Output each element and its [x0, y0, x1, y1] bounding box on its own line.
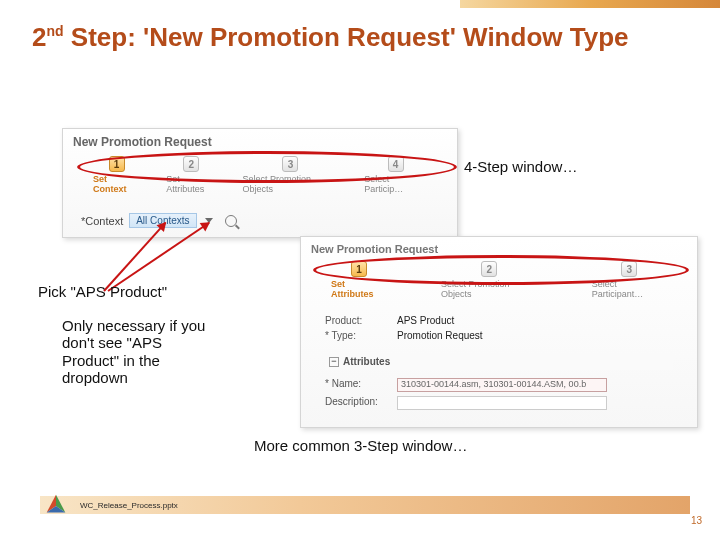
- context-row: *Context All Contexts: [63, 199, 457, 232]
- footer-filename: WC_Release_Process.pptx: [80, 501, 178, 510]
- callout-4step: 4-Step window…: [464, 158, 577, 175]
- callout-3step: More common 3-Step window…: [254, 437, 467, 454]
- callout-only-necessary: Only necessary if you don't see "APS Pro…: [62, 317, 220, 386]
- step-badge: 4: [388, 156, 404, 172]
- step-label: Set Context: [93, 174, 140, 194]
- step-badge: 1: [351, 261, 367, 277]
- name-row: * Name: 310301-00144.asm, 310301-00144.A…: [325, 376, 673, 394]
- description-input[interactable]: [397, 396, 607, 410]
- slide-title: 2nd Step: 'New Promotion Request' Window…: [32, 22, 628, 53]
- window-title-1: New Promotion Request: [63, 129, 457, 151]
- screenshot-3step-window: New Promotion Request 1 Set Attributes 2…: [300, 236, 698, 428]
- step-badge: 2: [481, 261, 497, 277]
- step-badge: 3: [282, 156, 298, 172]
- product-label: Product:: [325, 315, 391, 326]
- type-row: * Type: Promotion Request: [325, 328, 673, 343]
- title-num: 2: [32, 22, 46, 52]
- step-label: Select Particip…: [364, 174, 427, 194]
- footer-bar: WC_Release_Process.pptx: [40, 496, 690, 514]
- attributes-header[interactable]: − Attributes: [325, 353, 673, 370]
- wizard-step-1[interactable]: 1 Set Context: [93, 156, 140, 194]
- type-label: * Type:: [325, 330, 391, 341]
- name-label: * Name:: [325, 378, 391, 392]
- step-label: Select Promotion Objects: [441, 279, 538, 299]
- description-label: Description:: [325, 396, 391, 410]
- window-title-2: New Promotion Request: [301, 237, 697, 257]
- logo-icon: [42, 492, 70, 520]
- wizard-steps-3: 1 Set Attributes 2 Select Promotion Obje…: [301, 257, 697, 305]
- wizard-step-2[interactable]: 2 Set Attributes: [166, 156, 216, 194]
- wizard-step-3[interactable]: 3 Select Participant…: [592, 261, 667, 299]
- step-badge: 2: [183, 156, 199, 172]
- title-rest: Step: 'New Promotion Request' Window Typ…: [64, 22, 629, 52]
- step-badge: 3: [621, 261, 637, 277]
- collapse-icon[interactable]: −: [329, 357, 339, 367]
- product-value: APS Product: [397, 315, 454, 326]
- top-accent-bar: [460, 0, 720, 8]
- step-label: Set Attributes: [331, 279, 387, 299]
- step-label: Select Participant…: [592, 279, 667, 299]
- step-label: Select Promotion Objects: [243, 174, 339, 194]
- wizard-step-2[interactable]: 2 Select Promotion Objects: [441, 261, 538, 299]
- title-ord: nd: [46, 23, 63, 39]
- name-input[interactable]: 310301-00144.asm, 310301-00144.ASM, 00.b: [397, 378, 607, 392]
- step-badge: 1: [109, 156, 125, 172]
- search-icon[interactable]: [225, 215, 237, 227]
- context-label: *Context: [81, 215, 123, 227]
- description-row: Description:: [325, 394, 673, 412]
- page-number: 13: [691, 515, 702, 526]
- callout-pick-aps: Pick "APS Product": [38, 283, 167, 300]
- product-row: Product: APS Product: [325, 313, 673, 328]
- wizard-steps-4: 1 Set Context 2 Set Attributes 3 Select …: [63, 151, 457, 199]
- wizard-step-1[interactable]: 1 Set Attributes: [331, 261, 387, 299]
- form-body: Product: APS Product * Type: Promotion R…: [301, 305, 697, 420]
- step-label: Set Attributes: [166, 174, 216, 194]
- wizard-step-4[interactable]: 4 Select Particip…: [364, 156, 427, 194]
- screenshot-4step-window: New Promotion Request 1 Set Context 2 Se…: [62, 128, 458, 238]
- wizard-step-3[interactable]: 3 Select Promotion Objects: [243, 156, 339, 194]
- attributes-label: Attributes: [343, 356, 390, 367]
- type-value: Promotion Request: [397, 330, 483, 341]
